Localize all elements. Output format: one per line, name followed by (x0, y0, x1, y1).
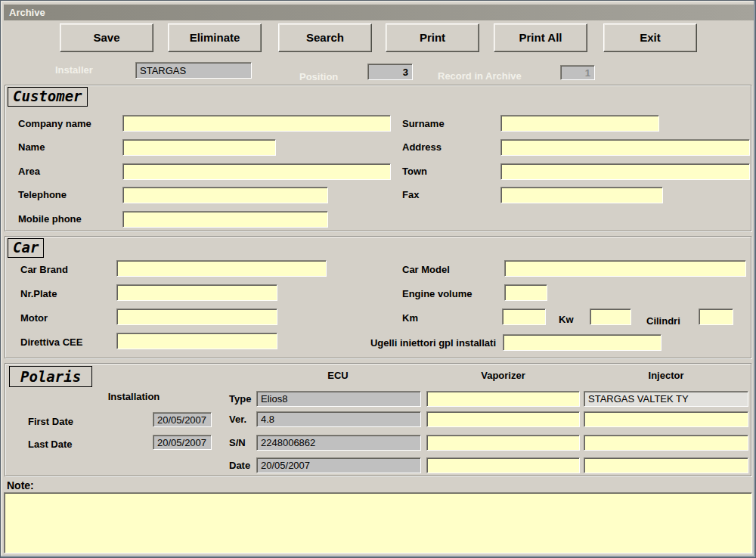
km-field[interactable] (502, 308, 546, 325)
search-button[interactable]: Search (278, 23, 372, 52)
first-date-field (153, 412, 212, 427)
last-date-label: Last Date (28, 439, 73, 450)
company-name-label: Company name (18, 118, 91, 129)
vaporizer-column-header: Vaporizer (426, 370, 580, 381)
injector-sn-field[interactable] (584, 435, 748, 451)
position-label: Position (299, 71, 338, 82)
installer-label: Installer (55, 64, 93, 76)
last-date-field (153, 435, 212, 450)
record-in-archive-label: Record in Archive (438, 70, 522, 82)
type-row-label: Type (229, 393, 251, 405)
address-field[interactable] (500, 139, 750, 156)
archive-window: Archive Save Eliminate Search Print Prin… (0, 0, 756, 558)
polaris-panel: Polaris ECU Vaporizer Injector Installat… (5, 363, 751, 476)
fax-field[interactable] (500, 187, 663, 203)
km-label: Km (402, 312, 418, 324)
mobile-phone-label: Mobile phone (18, 213, 82, 225)
nr-plate-field[interactable] (116, 284, 277, 301)
installer-field (135, 62, 252, 79)
polaris-section-title: Polaris (9, 366, 92, 387)
injector-ver-field[interactable] (584, 411, 748, 427)
injector-type-field[interactable] (584, 391, 748, 407)
ecu-date-field (256, 457, 421, 473)
kw-field[interactable] (590, 308, 631, 325)
mobile-phone-field[interactable] (122, 211, 328, 228)
car-panel: Car Car Brand Car Model Nr.Plate Engine … (5, 236, 751, 358)
note-label: Note: (7, 479, 34, 491)
print-button[interactable]: Print (386, 23, 479, 52)
town-field[interactable] (500, 163, 750, 180)
motor-label: Motor (20, 312, 48, 324)
ecu-column-header: ECU (255, 370, 421, 381)
ecu-sn-field (256, 435, 421, 451)
exit-button[interactable]: Exit (603, 23, 697, 52)
window-title: Archive (9, 7, 45, 18)
telephone-label: Telephone (18, 189, 67, 200)
injector-date-field[interactable] (584, 457, 748, 473)
vaporizer-ver-field[interactable] (426, 411, 580, 427)
print-all-button[interactable]: Print All (494, 23, 587, 52)
installation-label: Installation (81, 391, 187, 402)
vaporizer-date-field[interactable] (426, 457, 580, 473)
ugelli-iniettori-label: Ugelli iniettori gpl installati (370, 337, 496, 349)
title-bar: Archive (4, 5, 754, 20)
cilindri-label: Cilindri (646, 315, 680, 327)
engine-volume-field[interactable] (504, 284, 547, 301)
town-label: Town (402, 166, 427, 177)
injector-column-header: Injector (584, 370, 748, 381)
record-in-archive-field (560, 65, 595, 80)
ecu-ver-field (256, 411, 421, 427)
ecu-type-field (256, 391, 421, 407)
note-textarea[interactable] (4, 492, 752, 553)
vaporizer-sn-field[interactable] (426, 435, 580, 451)
ver-row-label: Ver. (229, 414, 246, 425)
motor-field[interactable] (116, 308, 277, 325)
vaporizer-type-field[interactable] (426, 391, 580, 407)
car-model-field[interactable] (504, 260, 746, 277)
fax-label: Fax (402, 189, 419, 200)
surname-field[interactable] (500, 115, 659, 132)
date-row-label: Date (229, 460, 250, 471)
direttiva-cee-field[interactable] (116, 333, 277, 349)
customer-section-title: Customer (8, 87, 88, 107)
kw-label: Kw (559, 314, 574, 325)
car-brand-field[interactable] (116, 260, 327, 277)
area-field[interactable] (122, 163, 391, 180)
engine-volume-label: Engine volume (402, 288, 472, 299)
car-model-label: Car Model (402, 264, 450, 275)
cilindri-field[interactable] (699, 308, 733, 325)
nr-plate-label: Nr.Plate (20, 288, 57, 299)
car-section-title: Car (8, 238, 44, 258)
name-label: Name (18, 141, 45, 153)
telephone-field[interactable] (122, 187, 328, 203)
car-brand-label: Car Brand (20, 264, 68, 275)
direttiva-cee-label: Direttiva CEE (20, 336, 82, 348)
company-name-field[interactable] (122, 115, 391, 132)
name-field[interactable] (122, 139, 276, 156)
ugelli-iniettori-field[interactable] (503, 334, 662, 351)
area-label: Area (18, 166, 40, 177)
surname-label: Surname (402, 118, 445, 129)
customer-panel: Customer Company name Surname Name Addre… (5, 85, 751, 231)
first-date-label: First Date (28, 416, 73, 427)
address-label: Address (402, 141, 442, 153)
position-field (367, 64, 413, 80)
save-button[interactable]: Save (60, 23, 153, 52)
eliminate-button[interactable]: Eliminate (168, 23, 262, 52)
sn-row-label: S/N (229, 437, 246, 448)
